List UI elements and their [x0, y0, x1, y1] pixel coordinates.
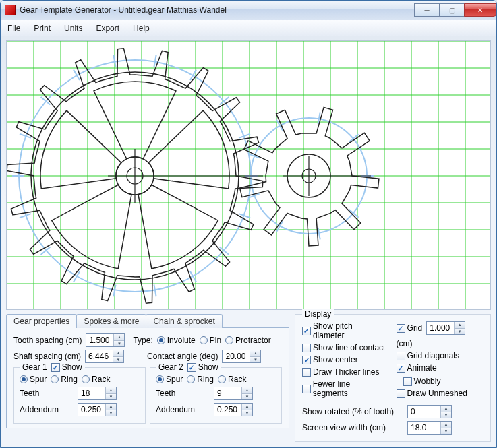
gear1-addendum-input[interactable]: ▲▼ — [78, 403, 117, 416]
menu-print[interactable]: Print — [34, 24, 51, 33]
titlebar: Gear Template Generator - Untitled.gear … — [1, 1, 496, 20]
display-panel: Display ✓Show pitch diameter Show line o… — [295, 314, 491, 442]
show-center-check[interactable]: ✓Show center — [302, 355, 386, 364]
gear1-rack-radio[interactable]: Rack — [82, 375, 110, 384]
app-icon — [5, 5, 16, 15]
gear2-group: Gear 2 ✓Show Spur Ring Rack Teeth ▲▼ Add… — [150, 367, 282, 424]
fewer-segments-check[interactable]: Fewer line segments — [302, 379, 386, 398]
maximize-button[interactable]: ▢ — [439, 3, 465, 17]
rotated-input[interactable]: ▲▼ — [407, 405, 452, 418]
animate-check[interactable]: ✓Animate — [397, 363, 437, 373]
display-legend: Display — [302, 309, 334, 319]
gear2-ring-radio[interactable]: Ring — [187, 375, 214, 384]
show-contact-check[interactable]: Show line of contact — [302, 343, 386, 352]
view-width-input[interactable]: ▲▼ — [407, 421, 452, 435]
gear2-addendum-input[interactable]: ▲▼ — [214, 403, 253, 416]
type-pin-radio[interactable]: Pin — [200, 335, 221, 345]
gear1-ring-radio[interactable]: Ring — [51, 375, 78, 384]
grid-check[interactable]: ✓Grid — [397, 323, 423, 333]
rotated-label: Show rotated (% of tooth) — [302, 407, 403, 416]
gear2-spur-radio[interactable]: Spur — [156, 375, 183, 384]
menu-export[interactable]: Export — [96, 24, 119, 33]
shaft-spacing-input[interactable]: ▲▼ — [85, 350, 124, 363]
contact-angle-label: Contact angle (deg) — [147, 352, 218, 361]
tab-spokes-more[interactable]: Spokes & more — [76, 314, 146, 328]
type-protractor-radio[interactable]: Protractor — [225, 335, 271, 345]
tab-chain-sprocket[interactable]: Chain & sprocket — [146, 314, 222, 328]
close-button[interactable]: ✕ — [464, 3, 496, 17]
tooth-spacing-label: Tooth spacing (cm) — [13, 335, 82, 345]
gear1-show-check[interactable]: ✓Show — [51, 362, 82, 372]
tab-gear-properties[interactable]: Gear properties — [6, 314, 77, 328]
wobbly-check[interactable]: Wobbly — [403, 377, 441, 386]
gear-properties-panel: Tooth spacing (cm) ▲▼ Type: Involute Pin… — [6, 327, 289, 428]
grid-diag-check[interactable]: Grid diagonals — [397, 351, 484, 360]
shaft-spacing-label: Shaft spacing (cm) — [13, 352, 81, 361]
minimize-button[interactable]: ─ — [414, 3, 440, 17]
gear2-rack-radio[interactable]: Rack — [218, 375, 246, 384]
gear-canvas — [7, 41, 491, 310]
menubar: File Print Units Export Help — [1, 20, 496, 36]
menu-file[interactable]: File — [7, 24, 20, 33]
gear1-spur-radio[interactable]: Spur — [20, 375, 47, 384]
grid-size-input[interactable]: ▲▼ — [426, 321, 465, 335]
menu-units[interactable]: Units — [64, 24, 82, 33]
view-width-label: Screen view width (cm) — [302, 423, 403, 433]
gear2-teeth-input[interactable]: ▲▼ — [214, 387, 253, 400]
contact-angle-input[interactable]: ▲▼ — [222, 350, 261, 363]
type-involute-radio[interactable]: Involute — [157, 335, 196, 345]
menu-help[interactable]: Help — [133, 24, 150, 33]
app-window: Gear Template Generator - Untitled.gear … — [0, 0, 497, 448]
type-label: Type: — [133, 335, 152, 345]
gear2-show-check[interactable]: ✓Show — [187, 362, 218, 372]
tooth-spacing-input[interactable]: ▲▼ — [86, 333, 125, 347]
show-pitch-check[interactable]: ✓Show pitch diameter — [302, 321, 386, 340]
thicker-lines-check[interactable]: Draw Thicker lines — [302, 367, 386, 377]
window-title: Gear Template Generator - Untitled.gear … — [20, 5, 227, 15]
gear1-teeth-input[interactable]: ▲▼ — [78, 387, 117, 400]
gear1-group: Gear 1 ✓Show Spur Ring Rack Teeth ▲▼ Add… — [13, 367, 146, 424]
canvas-area[interactable] — [6, 40, 491, 310]
unmeshed-check[interactable]: Draw Unmeshed — [397, 389, 484, 398]
